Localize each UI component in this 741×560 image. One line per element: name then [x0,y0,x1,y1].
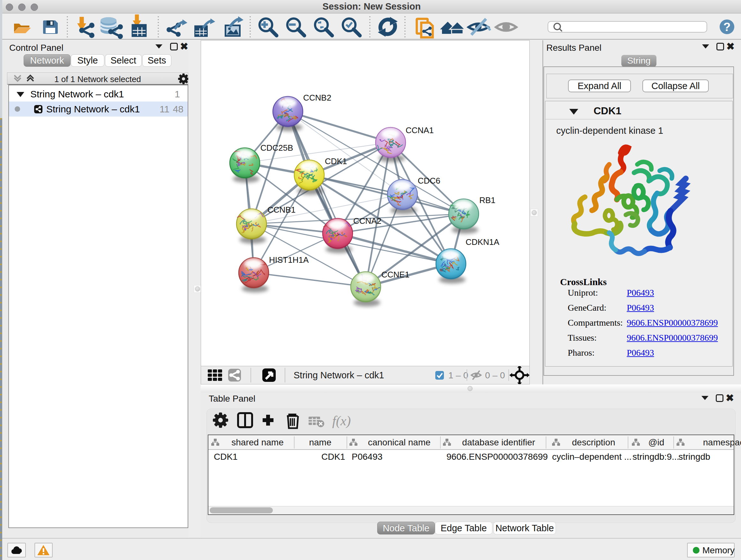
svg-text:CDC25B: CDC25B [260,143,293,152]
svg-text:CDKN1A: CDKN1A [466,237,499,247]
svg-text:String Network – cdk1: String Network – cdk1 [293,370,384,380]
svg-text:CCNB2: CCNB2 [303,93,331,103]
svg-text:CCNE1: CCNE1 [381,270,409,279]
svg-text:RB1: RB1 [479,195,495,205]
svg-text:f(x): f(x) [332,414,351,428]
svg-text:HIST1H1A: HIST1H1A [269,255,309,265]
svg-text:CCNB1: CCNB1 [267,205,295,214]
svg-text:CDK1: CDK1 [325,157,347,166]
svg-text:CCNA2: CCNA2 [353,216,381,226]
svg-text:CDC6: CDC6 [418,176,441,186]
svg-text:1 – 0: 1 – 0 [448,370,468,380]
svg-text:CCNA1: CCNA1 [406,125,434,135]
svg-text:0 – 0: 0 – 0 [485,370,505,380]
svg-text:?: ? [724,20,731,34]
